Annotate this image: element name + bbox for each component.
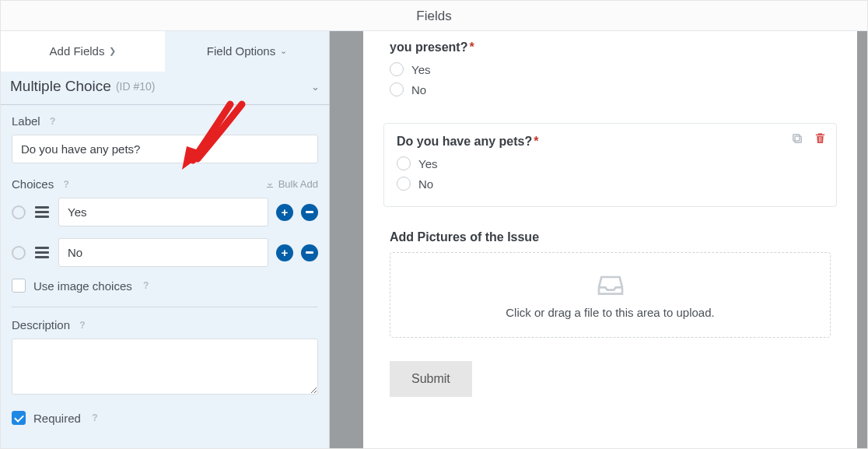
tab-field-options[interactable]: Field Options ⌄ — [165, 31, 329, 72]
divider — [12, 307, 318, 307]
question-label: you present? — [390, 40, 467, 54]
description-caption: Description — [12, 318, 70, 331]
required-label: Required — [33, 412, 81, 425]
help-icon[interactable]: ? — [76, 319, 89, 331]
delete-icon[interactable] — [814, 132, 827, 146]
field-options-panel: Add Fields ❯ Field Options ⌄ Multiple Ch… — [1, 31, 330, 448]
required-asterisk: * — [469, 40, 474, 54]
file-dropzone[interactable]: Click or drag a file to this area to upl… — [390, 252, 831, 338]
choice-default-radio[interactable] — [12, 246, 26, 260]
add-choice-button[interactable]: + — [276, 204, 293, 221]
svg-rect-0 — [795, 136, 801, 142]
radio-option[interactable]: Yes — [397, 156, 824, 170]
help-icon[interactable]: ? — [47, 115, 59, 128]
remove-choice-button[interactable] — [301, 204, 318, 221]
radio-option[interactable]: No — [397, 177, 824, 191]
dropzone-hint: Click or drag a file to this area to upl… — [506, 306, 714, 319]
field-label-input[interactable] — [12, 135, 318, 163]
image-choices-checkbox[interactable] — [12, 279, 26, 293]
radio-icon — [390, 62, 404, 76]
radio-icon — [397, 156, 411, 170]
help-icon[interactable]: ? — [140, 279, 152, 292]
tab-label: Field Options — [207, 44, 275, 58]
choice-row: + — [12, 198, 318, 226]
page-title: Fields — [1, 1, 867, 31]
required-asterisk: * — [534, 135, 538, 148]
radio-icon — [390, 82, 404, 96]
duplicate-icon[interactable] — [790, 132, 804, 146]
tab-label: Add Fields — [50, 44, 105, 58]
radio-icon — [397, 177, 411, 191]
add-choice-button[interactable]: + — [276, 244, 293, 261]
radio-option[interactable]: Yes — [390, 62, 831, 76]
label-caption: Label — [12, 114, 40, 128]
description-textarea[interactable] — [12, 339, 318, 395]
choices-caption: Choices — [12, 177, 54, 191]
choice-default-radio[interactable] — [12, 205, 26, 219]
tab-add-fields[interactable]: Add Fields ❯ — [1, 31, 165, 72]
form-preview-area: you present?* Yes No Do — [330, 31, 867, 448]
drag-handle-icon[interactable] — [33, 247, 51, 258]
choice-row: + — [12, 238, 318, 267]
help-icon[interactable]: ? — [89, 412, 101, 424]
field-id: (ID #10) — [116, 80, 156, 93]
upload-label: Add Pictures of the Issue — [390, 230, 831, 244]
chevron-down-icon: ⌄ — [280, 46, 287, 56]
drag-handle-icon[interactable] — [33, 206, 51, 218]
image-choices-label: Use image choices — [33, 279, 132, 293]
section-title: Multiple Choice — [10, 78, 111, 95]
inbox-icon — [595, 272, 626, 298]
radio-option[interactable]: No — [390, 82, 831, 96]
question-label: Do you have any pets? — [397, 135, 532, 148]
help-icon[interactable]: ? — [60, 178, 72, 191]
submit-button[interactable]: Submit — [390, 361, 472, 397]
chevron-right-icon: ❯ — [109, 46, 116, 56]
remove-choice-button[interactable] — [301, 244, 318, 261]
svg-rect-1 — [793, 135, 800, 141]
required-checkbox[interactable] — [12, 411, 26, 425]
download-icon — [265, 180, 275, 189]
choice-input[interactable] — [58, 238, 268, 267]
bulk-add-button[interactable]: Bulk Add — [265, 178, 318, 190]
choice-input[interactable] — [58, 198, 268, 226]
collapse-icon[interactable]: ⌄ — [311, 81, 320, 93]
selected-field[interactable]: Do you have any pets?* Yes No — [383, 123, 837, 207]
